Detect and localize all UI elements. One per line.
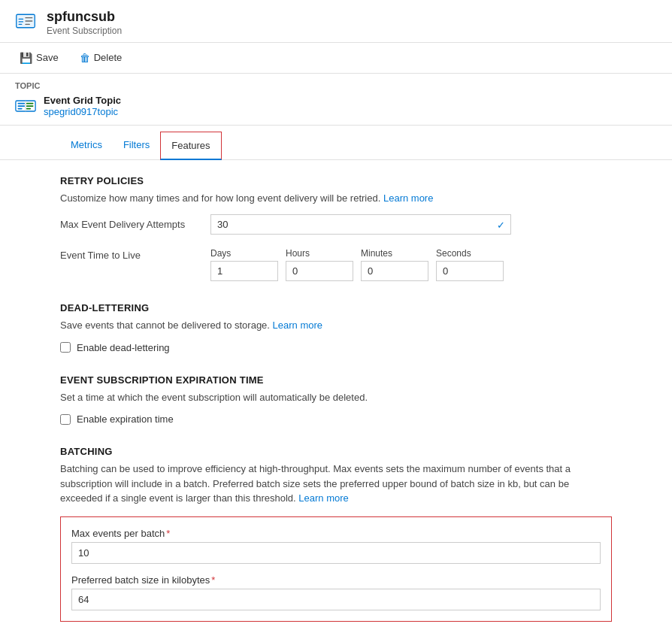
batching-section: BATCHING Batching can be used to improve… xyxy=(60,446,612,622)
days-label: Days xyxy=(210,248,278,259)
max-attempts-row: Max Event Delivery Attempts 30 xyxy=(60,214,612,235)
save-icon: 💾 xyxy=(20,52,32,64)
hours-label: Hours xyxy=(286,248,353,259)
expiration-desc: Set a time at which the event subscripti… xyxy=(60,390,612,405)
batching-title: BATCHING xyxy=(60,446,612,457)
delete-icon: 🗑 xyxy=(80,52,90,64)
batching-desc: Batching can be used to improve efficien… xyxy=(60,462,612,506)
topic-label: TOPIC xyxy=(15,81,657,90)
header-text: spfuncsub Event Subscription xyxy=(47,9,122,36)
tab-filters[interactable]: Filters xyxy=(113,132,160,159)
tab-features[interactable]: Features xyxy=(160,132,221,160)
tab-bar: Metrics Filters Features xyxy=(0,132,672,160)
retry-learn-more-link[interactable]: Learn more xyxy=(383,192,433,204)
seconds-input[interactable] xyxy=(436,261,504,281)
batching-fields-box: Max events per batch* Preferred batch si… xyxy=(60,516,612,622)
topic-section: TOPIC Event Grid Topic spegrid0917topic xyxy=(0,74,672,126)
event-subscription-icon xyxy=(15,11,39,35)
dead-letter-checkbox[interactable] xyxy=(60,342,71,353)
dead-lettering-title: DEAD-LETTERING xyxy=(60,302,612,313)
hours-input[interactable] xyxy=(286,261,353,281)
retry-policies-desc: Customize how many times and for how lon… xyxy=(60,191,612,206)
hours-field: Hours xyxy=(286,248,353,281)
max-attempts-label: Max Event Delivery Attempts xyxy=(60,214,195,230)
main-content: RETRY POLICIES Customize how many times … xyxy=(0,160,672,636)
retry-policies-title: RETRY POLICIES xyxy=(60,175,612,186)
minutes-field: Minutes xyxy=(361,248,428,281)
max-events-input[interactable] xyxy=(71,542,601,564)
tab-metrics[interactable]: Metrics xyxy=(60,132,113,159)
max-attempts-select-wrapper: 30 xyxy=(210,214,511,235)
dead-lettering-section: DEAD-LETTERING Save events that cannot b… xyxy=(60,302,612,353)
expiration-title: EVENT SUBSCRIPTION EXPIRATION TIME xyxy=(60,374,612,386)
seconds-field: Seconds xyxy=(436,248,504,281)
max-events-label: Max events per batch* xyxy=(71,528,601,539)
topic-content: Event Grid Topic spegrid0917topic xyxy=(15,95,657,117)
max-attempts-input-group: 30 xyxy=(210,214,511,235)
dead-letter-checkbox-row: Enable dead-lettering xyxy=(60,342,612,353)
time-fields: Days Hours Minutes Seconds xyxy=(210,248,504,281)
batch-size-required: * xyxy=(211,574,215,586)
topic-type: Event Grid Topic xyxy=(44,95,121,106)
max-attempts-select[interactable]: 30 xyxy=(210,214,511,235)
minutes-label: Minutes xyxy=(361,248,428,259)
topic-name-link[interactable]: spegrid0917topic xyxy=(44,106,118,117)
days-input[interactable] xyxy=(210,261,278,281)
event-ttl-label: Event Time to Live xyxy=(60,245,195,261)
page-subtitle: Event Subscription xyxy=(47,26,122,36)
topic-details: Event Grid Topic spegrid0917topic xyxy=(44,95,121,117)
expiration-checkbox-row: Enable expiration time xyxy=(60,413,612,425)
seconds-label: Seconds xyxy=(436,248,504,259)
dead-letter-learn-more-link[interactable]: Learn more xyxy=(273,320,322,331)
days-field: Days xyxy=(210,248,278,281)
event-grid-topic-icon xyxy=(15,95,36,117)
page-header: spfuncsub Event Subscription xyxy=(0,0,672,43)
batching-learn-more-link[interactable]: Learn more xyxy=(298,492,348,504)
minutes-input[interactable] xyxy=(361,261,428,281)
event-ttl-row: Event Time to Live Days Hours Minutes xyxy=(60,245,612,281)
max-events-field: Max events per batch* xyxy=(71,528,601,564)
time-fields-group: Days Hours Minutes Seconds xyxy=(210,245,504,281)
delete-button[interactable]: 🗑 Delete xyxy=(75,49,127,67)
expiration-section: EVENT SUBSCRIPTION EXPIRATION TIME Set a… xyxy=(60,374,612,426)
page-title: spfuncsub xyxy=(47,9,122,26)
save-button[interactable]: 💾 Save xyxy=(15,49,63,67)
toolbar: 💾 Save 🗑 Delete xyxy=(0,43,672,74)
batch-size-label: Preferred batch size in kilobytes* xyxy=(71,574,601,586)
expiration-checkbox[interactable] xyxy=(60,414,71,425)
batch-size-field: Preferred batch size in kilobytes* xyxy=(71,574,601,610)
dead-lettering-desc: Save events that cannot be delivered to … xyxy=(60,318,612,333)
batch-size-input[interactable] xyxy=(71,589,601,610)
dead-letter-checkbox-label: Enable dead-lettering xyxy=(77,342,170,353)
max-events-required: * xyxy=(166,528,170,539)
retry-policies-section: RETRY POLICIES Customize how many times … xyxy=(60,175,612,282)
expiration-checkbox-label: Enable expiration time xyxy=(77,413,174,425)
